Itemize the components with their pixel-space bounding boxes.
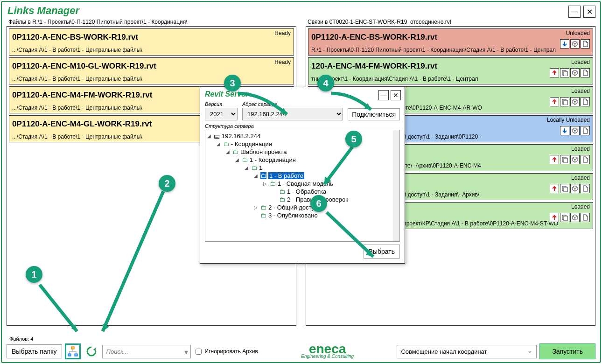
filter-icon: ▾ — [184, 348, 188, 357]
svg-rect-7 — [564, 187, 567, 192]
page-icon[interactable] — [581, 126, 590, 135]
svg-rect-1 — [564, 71, 567, 76]
select-folder-button[interactable]: Выбрать папку — [7, 344, 62, 358]
annotation-6: 6 — [310, 195, 327, 212]
files-count: Файлов: 4 — [9, 336, 33, 342]
copy-icon[interactable] — [560, 97, 569, 106]
revit-server-button[interactable] — [65, 343, 81, 359]
copy-icon[interactable] — [560, 213, 569, 222]
close-button[interactable]: ✕ — [583, 6, 595, 18]
alignment-select[interactable]: Совмещение начал координат — [397, 345, 537, 358]
left-header: Файлы в R:\1 - Проекты\0-П-1120 Пилотный… — [7, 18, 296, 26]
copy-icon[interactable] — [560, 68, 569, 77]
folder-icon: 🗀 — [242, 156, 248, 163]
dialog-select-button[interactable]: Выбрать — [364, 245, 400, 259]
server-tree[interactable]: ◢🖴 192.168.2.244 ◢🗀 - Координация ◢🗀 Шаб… — [205, 130, 400, 242]
download-icon[interactable] — [560, 39, 569, 49]
folder-icon: 🗀 — [223, 140, 229, 147]
page-icon[interactable] — [581, 184, 590, 193]
folder-icon: 🗀 — [270, 180, 276, 187]
folder-icon: 🗀 — [260, 212, 266, 219]
upload-icon[interactable] — [550, 155, 559, 164]
annotation-2: 2 — [159, 175, 175, 192]
cube-icon[interactable] — [570, 184, 580, 193]
link-item[interactable]: Loaded 120-A-ENC-M4-FM-WORK-R19.rvt тный… — [308, 57, 593, 84]
cube-icon[interactable] — [570, 97, 580, 106]
app-title: Links Manager — [2, 2, 600, 18]
upload-icon[interactable] — [550, 68, 559, 77]
cube-icon[interactable] — [570, 126, 580, 135]
annotation-5: 5 — [345, 131, 362, 147]
upload-icon[interactable] — [550, 97, 559, 106]
page-icon[interactable] — [581, 213, 590, 222]
folder-icon: 🗀 — [279, 196, 285, 203]
cube-icon[interactable] — [570, 155, 580, 164]
svg-rect-11 — [68, 354, 71, 356]
page-icon[interactable] — [581, 68, 590, 77]
tree-scrollbar[interactable] — [393, 130, 399, 241]
svg-marker-13 — [93, 348, 96, 351]
copy-icon[interactable] — [560, 184, 569, 193]
page-icon[interactable] — [581, 155, 590, 164]
page-icon[interactable] — [581, 39, 590, 49]
brand-logo: eneca Engineering & Consulting — [261, 344, 394, 359]
annotation-3: 3 — [224, 75, 241, 91]
upload-icon[interactable] — [550, 213, 559, 222]
folder-icon: 🗀 — [260, 204, 266, 211]
cube-icon[interactable] — [570, 39, 580, 49]
right-header: Связи в 0T0020-1-ENC-ST-WORK-R19_отсоеди… — [306, 18, 595, 26]
cube-icon[interactable] — [570, 213, 580, 222]
server-address-select[interactable]: 192.168.2.244 — [242, 108, 343, 120]
run-button[interactable]: Запустить — [539, 343, 595, 359]
version-select[interactable]: 2021 — [205, 108, 238, 120]
svg-rect-9 — [564, 216, 567, 221]
svg-rect-5 — [564, 158, 567, 163]
minimize-button[interactable]: — — [568, 6, 581, 18]
dialog-close[interactable]: ✕ — [391, 90, 401, 100]
revit-server-dialog: Revit Server — ✕ Версия 2021 Адрес серве… — [200, 87, 405, 264]
cube-icon[interactable] — [570, 68, 580, 77]
file-item[interactable]: Ready 0P1120-A-ENC-BS-WORK-R19.rvt ...\С… — [9, 28, 294, 56]
search-input[interactable] — [102, 345, 191, 358]
refresh-icon — [85, 345, 98, 357]
tree-selected[interactable]: 1 - В работе — [268, 172, 304, 179]
page-icon[interactable] — [581, 97, 590, 106]
dialog-minimize[interactable]: — — [378, 90, 389, 100]
link-item[interactable]: Unloaded 0P1120-A-ENC-BS-WORK-R19.rvt R:… — [308, 28, 593, 56]
svg-rect-10 — [71, 347, 74, 349]
folder-icon: 🗀 — [251, 164, 257, 171]
file-item[interactable]: Ready 0P1120-A-ENC-M10-GL-WORK-R19.rvt .… — [9, 57, 294, 84]
folder-icon: 🗀 — [260, 172, 266, 179]
annotation-1: 1 — [26, 266, 42, 283]
refresh-button[interactable] — [84, 343, 99, 359]
server-icon: 🖴 — [214, 133, 220, 140]
svg-rect-12 — [75, 354, 77, 356]
upload-icon[interactable] — [550, 184, 559, 193]
annotation-4: 4 — [317, 75, 334, 91]
folder-icon: 🗀 — [232, 148, 238, 155]
svg-rect-3 — [564, 100, 567, 105]
connect-button[interactable]: Подключиться — [348, 108, 400, 120]
ignore-archive-checkbox[interactable]: Игнорировать Архив — [194, 347, 258, 356]
download-icon[interactable] — [560, 126, 569, 135]
copy-icon[interactable] — [560, 155, 569, 164]
folder-icon: 🗀 — [279, 188, 285, 195]
network-icon — [67, 346, 78, 357]
